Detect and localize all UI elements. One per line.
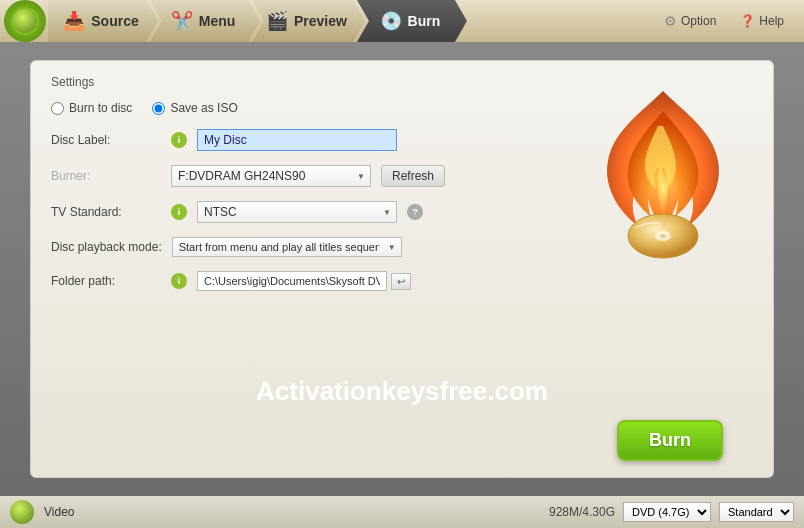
help-button[interactable]: ❓ Help <box>732 11 792 31</box>
burn-icon: 💿 <box>380 10 402 32</box>
tv-standard-label: TV Standard: <box>51 205 161 219</box>
folder-path-label: Folder path: <box>51 274 161 288</box>
menu-icon: ✂️ <box>171 10 193 32</box>
folder-path-input[interactable] <box>197 271 387 291</box>
tv-standard-select[interactable]: NTSC PAL <box>197 201 397 223</box>
status-size: 928M/4.30G <box>549 505 615 519</box>
tab-menu[interactable]: ✂️ Menu <box>150 0 260 42</box>
tv-standard-select-wrapper: NTSC PAL <box>197 201 397 223</box>
toolbar: 📥 Source ✂️ Menu 🎬 Preview 💿 Burn ⚙ Opti… <box>0 0 804 42</box>
option-button[interactable]: ⚙ Option <box>656 10 724 32</box>
gear-icon: ⚙ <box>664 13 677 29</box>
tv-standard-info-icon[interactable]: i <box>171 204 187 220</box>
settings-panel: Settings Burn to disc Save as ISO Disc <box>30 60 774 478</box>
nav-tabs: 📥 Source ✂️ Menu 🎬 Preview 💿 Burn <box>46 0 467 42</box>
disc-label-input[interactable] <box>197 129 397 151</box>
status-video-label: Video <box>44 505 74 519</box>
playback-mode-select[interactable]: Start from menu and play all titles sequ… <box>172 237 402 257</box>
folder-input-wrapper: ↩ <box>197 271 411 291</box>
save-as-iso-radio[interactable] <box>152 102 165 115</box>
status-bar: Video 928M/4.30G DVD (4.7G) DVD (8.5G) S… <box>0 496 804 528</box>
flame-graphic <box>583 81 743 281</box>
tab-preview[interactable]: 🎬 Preview <box>252 0 365 42</box>
playback-mode-select-wrapper: Start from menu and play all titles sequ… <box>172 237 402 257</box>
burn-button[interactable]: Burn <box>617 420 723 461</box>
watermark: Activationkeysfree.com <box>256 376 548 407</box>
tab-burn-label: Burn <box>408 13 441 29</box>
preview-icon: 🎬 <box>266 10 288 32</box>
flame-container <box>583 81 743 281</box>
status-right: 928M/4.30G DVD (4.7G) DVD (8.5G) Standar… <box>549 502 794 522</box>
save-as-iso-label: Save as ISO <box>170 101 237 115</box>
tab-menu-label: Menu <box>199 13 236 29</box>
playback-mode-label: Disc playback mode: <box>51 240 162 254</box>
quality-select[interactable]: Standard High <box>719 502 794 522</box>
burn-to-disc-option[interactable]: Burn to disc <box>51 101 132 115</box>
burner-label: Burner: <box>51 169 161 183</box>
help-icon: ❓ <box>740 14 755 28</box>
tab-preview-label: Preview <box>294 13 347 29</box>
main-content: Settings Burn to disc Save as ISO Disc <box>0 42 804 496</box>
refresh-button[interactable]: Refresh <box>381 165 445 187</box>
svg-point-3 <box>660 234 666 238</box>
burner-select[interactable]: F:DVDRAM GH24NS90 <box>171 165 371 187</box>
dvd-type-select[interactable]: DVD (4.7G) DVD (8.5G) <box>623 502 711 522</box>
burner-select-wrapper: F:DVDRAM GH24NS90 <box>171 165 371 187</box>
save-as-iso-option[interactable]: Save as ISO <box>152 101 237 115</box>
tv-standard-help-icon[interactable]: ? <box>407 204 423 220</box>
tab-burn[interactable]: 💿 Burn <box>357 0 467 42</box>
folder-path-info-icon[interactable]: i <box>171 273 187 289</box>
status-logo-icon <box>10 500 34 524</box>
help-label: Help <box>759 14 784 28</box>
source-icon: 📥 <box>63 10 85 32</box>
app-logo <box>4 0 46 42</box>
option-label: Option <box>681 14 716 28</box>
tab-source-label: Source <box>91 13 138 29</box>
tab-source[interactable]: 📥 Source <box>48 0 158 42</box>
disc-label-info-icon[interactable]: i <box>171 132 187 148</box>
toolbar-right: ⚙ Option ❓ Help <box>656 10 804 32</box>
burn-to-disc-label: Burn to disc <box>69 101 132 115</box>
burn-mode-group: Burn to disc Save as ISO <box>51 101 238 115</box>
burn-to-disc-radio[interactable] <box>51 102 64 115</box>
folder-browse-button[interactable]: ↩ <box>391 273 411 290</box>
disc-label-label: Disc Label: <box>51 133 161 147</box>
